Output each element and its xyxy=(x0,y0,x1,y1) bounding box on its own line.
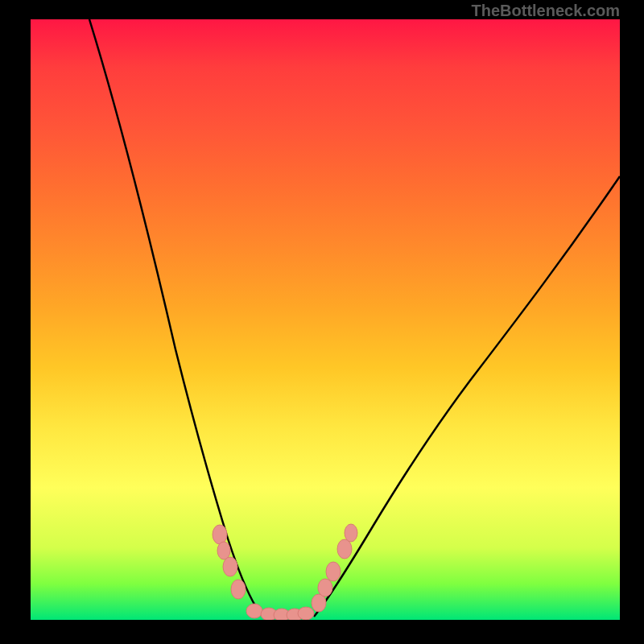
svg-point-12 xyxy=(337,539,352,559)
svg-point-11 xyxy=(326,562,341,581)
data-markers xyxy=(213,524,357,620)
svg-point-10 xyxy=(318,579,332,597)
right-curve xyxy=(314,176,620,617)
svg-point-0 xyxy=(213,525,227,544)
watermark-text: TheBottleneck.com xyxy=(472,2,620,20)
svg-point-1 xyxy=(217,542,230,559)
svg-point-5 xyxy=(261,608,277,620)
svg-point-6 xyxy=(274,609,290,620)
plot-area xyxy=(31,19,620,620)
svg-point-8 xyxy=(298,607,314,620)
svg-point-13 xyxy=(345,524,357,542)
svg-point-7 xyxy=(287,609,303,620)
svg-point-2 xyxy=(223,557,237,576)
chart-container: TheBottleneck.com xyxy=(0,0,644,644)
svg-point-4 xyxy=(246,604,262,618)
left-curve xyxy=(89,19,264,617)
svg-point-3 xyxy=(231,580,246,599)
svg-point-9 xyxy=(312,594,326,612)
bottleneck-curves xyxy=(31,19,620,620)
